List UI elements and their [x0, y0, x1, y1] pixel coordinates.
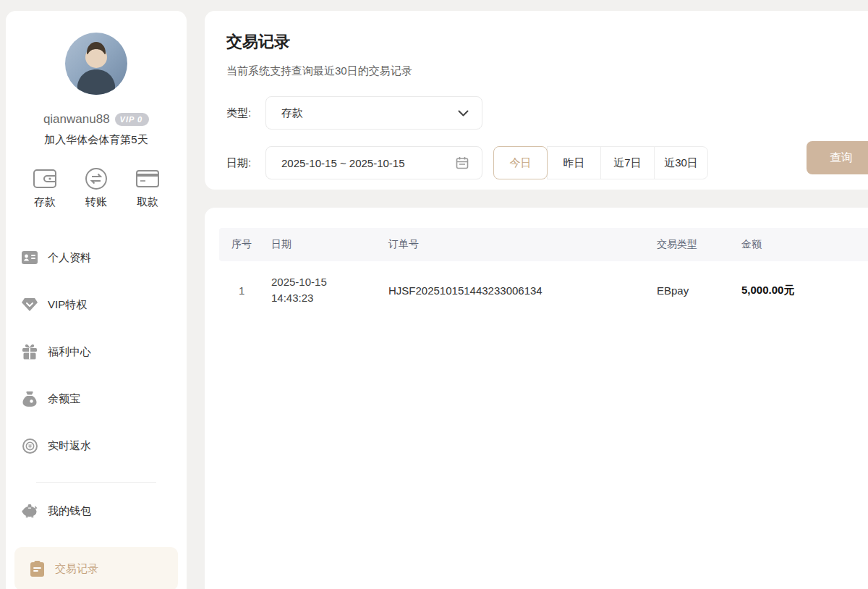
account-page: qianwanu88 VIP 0 加入华体会体育第5天 存款: [0, 0, 868, 589]
sidebar-divider: [36, 482, 156, 483]
sidebar-item-label: 我的钱包: [48, 504, 91, 518]
transactions-table-card: 序号 日期 订单号 交易类型 金额 1 2025-10-15 14:43:23 …: [205, 208, 868, 589]
range-30days-button[interactable]: 近30日: [654, 146, 708, 179]
type-label: 类型:: [226, 106, 265, 120]
cell-amount: 5,000.00元: [741, 284, 868, 297]
avatar-photo-placeholder: [65, 33, 127, 95]
main-content: 交易记录 当前系统支持查询最近30日的交易记录 类型: 存款 日期: 2025-…: [205, 11, 868, 589]
calendar-icon: [456, 156, 469, 169]
transfer-arrows-icon: [84, 166, 109, 192]
username: qianwanu88: [43, 112, 110, 127]
cell-date: 2025-10-15 14:43:23: [271, 274, 388, 306]
date-range-value: 2025-10-15 ~ 2025-10-15: [281, 157, 456, 169]
quick-action-label: 转账: [85, 195, 107, 209]
col-header-date: 日期: [271, 238, 388, 251]
gift-icon: [22, 344, 38, 360]
sidebar-item-label: 福利中心: [48, 345, 91, 359]
sidebar: qianwanu88 VIP 0 加入华体会体育第5天 存款: [6, 11, 187, 589]
quick-actions: 存款 转账 取款: [6, 166, 187, 209]
date-filter-row: 日期: 2025-10-15 ~ 2025-10-15 今日 昨日 近7日 近3…: [226, 146, 864, 179]
vip-gem-icon: [22, 297, 38, 313]
quick-action-label: 存款: [34, 195, 56, 209]
quick-action-transfer[interactable]: 转账: [76, 166, 116, 209]
filter-card: 交易记录 当前系统支持查询最近30日的交易记录 类型: 存款 日期: 2025-…: [205, 11, 868, 190]
cell-date-day: 2025-10-15: [271, 276, 327, 288]
piggy-bank-icon: [22, 503, 38, 519]
sidebar-item-label: 余额宝: [48, 392, 80, 406]
vip-badge: VIP 0: [115, 113, 150, 126]
sidebar-item-profile[interactable]: 个人资料: [22, 247, 171, 268]
quick-action-label: 取款: [137, 195, 158, 209]
money-bag-icon: [22, 391, 38, 407]
sidebar-item-label: 个人资料: [48, 251, 91, 265]
chevron-down-icon: [458, 110, 469, 116]
cell-transaction-type: EBpay: [657, 284, 741, 297]
cell-date-time: 14:43:23: [271, 292, 313, 304]
sidebar-item-vip[interactable]: VIP特权: [22, 294, 171, 315]
type-select-value: 存款: [281, 106, 458, 120]
range-yesterday-button[interactable]: 昨日: [547, 146, 601, 179]
table-header-row: 序号 日期 订单号 交易类型 金额: [219, 228, 868, 261]
quick-range-group: 今日 昨日 近7日 近30日: [493, 146, 708, 179]
bank-card-icon: [135, 166, 160, 192]
page-title: 交易记录: [226, 31, 864, 53]
wallet-deposit-icon: [33, 166, 57, 192]
date-range-input[interactable]: 2025-10-15 ~ 2025-10-15: [265, 146, 482, 179]
sidebar-item-transactions[interactable]: 交易记录: [14, 547, 178, 589]
sidebar-item-rebate[interactable]: 实时返水: [22, 435, 171, 457]
type-select[interactable]: 存款: [265, 96, 482, 130]
cell-row-number: 1: [231, 284, 271, 297]
sidebar-item-wallet[interactable]: 我的钱包: [22, 500, 171, 522]
sidebar-item-yuebao[interactable]: 余额宝: [22, 388, 171, 410]
sidebar-item-welfare[interactable]: 福利中心: [22, 341, 171, 363]
page-subtitle: 当前系统支持查询最近30日的交易记录: [226, 64, 864, 78]
quick-action-deposit[interactable]: 存款: [25, 166, 65, 209]
col-header-amount: 金额: [741, 238, 868, 251]
range-7days-button[interactable]: 近7日: [600, 146, 655, 179]
id-card-icon: [22, 250, 38, 266]
col-header-type: 交易类型: [657, 238, 741, 251]
user-row: qianwanu88 VIP 0: [6, 112, 187, 127]
join-days-text: 加入华体会体育第5天: [6, 133, 187, 147]
order-list-icon: [29, 561, 45, 577]
table-row: 1 2025-10-15 14:43:23 HJSF20251015144323…: [219, 274, 868, 306]
range-today-button[interactable]: 今日: [493, 146, 548, 179]
user-avatar[interactable]: [65, 33, 127, 95]
quick-action-withdraw[interactable]: 取款: [127, 166, 168, 209]
sidebar-item-label: 交易记录: [55, 562, 98, 576]
sidebar-item-label: 实时返水: [48, 439, 91, 453]
date-label: 日期:: [226, 156, 265, 170]
col-header-order: 订单号: [388, 238, 657, 251]
rebate-coin-icon: [22, 438, 38, 454]
search-button[interactable]: 查询: [807, 141, 868, 174]
col-header-no: 序号: [231, 238, 271, 251]
type-filter-row: 类型: 存款: [226, 96, 864, 130]
sidebar-item-label: VIP特权: [48, 298, 87, 312]
cell-order-number: HJSF202510151443233006134: [388, 284, 657, 297]
sidebar-menu: 个人资料 VIP特权: [6, 247, 187, 589]
